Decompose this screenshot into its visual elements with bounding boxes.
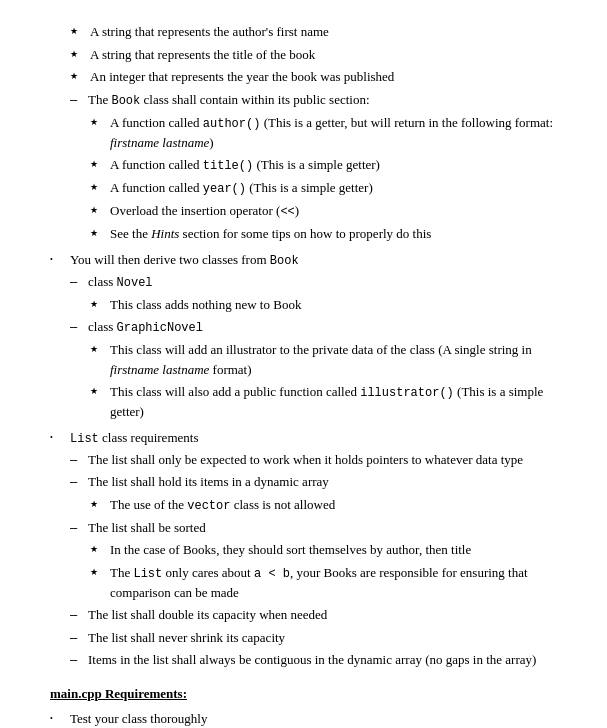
dash-icon: –: [70, 628, 84, 648]
sort-star-list: ★ In the case of Books, they should sort…: [50, 540, 557, 602]
author-function-text: A function called author() (This is a ge…: [110, 113, 557, 153]
sort-item1: ★ In the case of Books, they should sort…: [90, 540, 557, 560]
novel-star-item: ★ This class adds nothing new to Book: [90, 295, 557, 315]
novel-dash-list: – class Novel: [50, 272, 557, 292]
author-function-item: ★ A function called author() (This is a …: [90, 113, 557, 153]
vector-code: vector: [187, 499, 230, 513]
list-code: List: [70, 432, 99, 446]
gn-illustrator-text: This class will add an illustrator to th…: [110, 340, 557, 379]
main-list: • Test your class thoroughly • Test file…: [50, 709, 557, 728]
main-heading: main.cpp Requirements:: [50, 684, 557, 704]
main-bullet-1: • Test your class thoroughly: [50, 709, 557, 728]
star-icon: ★: [90, 181, 106, 195]
book-public-list: – The Book class shall contain within it…: [50, 90, 557, 110]
year-code: year(): [203, 182, 246, 196]
list-extra-dash: – The list shall double its capacity whe…: [50, 605, 557, 670]
gn-code: GraphicNovel: [117, 321, 203, 335]
star-icon: ★: [90, 543, 106, 557]
gn-firstname-lastname: firstname lastname: [110, 362, 209, 377]
dash-icon: –: [70, 605, 84, 625]
gn-text: class GraphicNovel: [88, 317, 203, 337]
star-icon: ★: [90, 158, 106, 172]
dash-icon: –: [70, 272, 84, 292]
overload-text: Overload the insertion operator (<<): [110, 201, 299, 221]
list-class-item: • List class requirements – The list sha…: [50, 428, 557, 670]
title-function-item: ★ A function called title() (This is a s…: [90, 155, 557, 175]
novel-code: Novel: [117, 276, 153, 290]
hints-ref-item: ★ See the Hints section for some tips on…: [90, 224, 557, 244]
book-functions-list: ★ A function called author() (This is a …: [50, 113, 557, 244]
gn-star-list: ★ This class will add an illustrator to …: [50, 340, 557, 422]
star-icon: ★: [90, 566, 106, 580]
list-sorted-dash: – The list shall be sorted: [50, 518, 557, 538]
dash-icon: –: [70, 650, 84, 670]
dash-icon: –: [70, 518, 84, 538]
page-content: ★ A string that represents the author's …: [50, 22, 557, 728]
star-icon: ★: [90, 298, 106, 312]
star-icon: ★: [90, 343, 106, 357]
overload-item: ★ Overload the insertion operator (<<): [90, 201, 557, 221]
list-sorted-text: The list shall be sorted: [88, 518, 206, 538]
sort-item1-text: In the case of Books, they should sort t…: [110, 540, 471, 560]
novel-star-list: ★ This class adds nothing new to Book: [50, 295, 557, 315]
title-function-text: A function called title() (This is a sim…: [110, 155, 380, 175]
list-req-dynamic: – The list shall hold its items in a dyn…: [70, 472, 557, 492]
list-capacity-item: – The list shall double its capacity whe…: [70, 605, 557, 625]
list-req-dynamic-text: The list shall hold its items in a dynam…: [88, 472, 329, 492]
sort-item2-text: The List only cares about a < b, your Bo…: [110, 563, 557, 603]
author-code: author(): [203, 117, 261, 131]
star-item-year-text: An integer that represents the year the …: [90, 67, 394, 87]
list-req-pointers: – The list shall only be expected to wor…: [70, 450, 557, 470]
star-icon: ★: [90, 204, 106, 218]
book-public-text: The Book class shall contain within its …: [88, 90, 370, 110]
star-item-title-text: A string that represents the title of th…: [90, 45, 315, 65]
main-section: main.cpp Requirements: • Test your class…: [50, 684, 557, 729]
list-shrink-text: The list shall never shrink its capacity: [88, 628, 285, 648]
novel-text: class Novel: [88, 272, 153, 292]
bullet-icon: •: [50, 254, 66, 266]
vector-text: The use of the vector class is not allow…: [110, 495, 335, 515]
star-icon: ★: [90, 385, 106, 399]
gn-function-item: ★ This class will also add a public func…: [90, 382, 557, 422]
derive-text: You will then derive two classes from Bo…: [70, 250, 299, 270]
list-capacity-text: The list shall double its capacity when …: [88, 605, 327, 625]
title-code: title(): [203, 159, 253, 173]
gn-dash-list: – class GraphicNovel: [50, 317, 557, 337]
a-lt-b-code: a < b: [254, 567, 290, 581]
year-function-item: ★ A function called year() (This is a si…: [90, 178, 557, 198]
derive-list: • You will then derive two classes from …: [50, 250, 557, 422]
overload-code: <<: [280, 205, 294, 219]
star-icon: ★: [90, 227, 106, 241]
star-item-author-text: A string that represents the author's fi…: [90, 22, 329, 42]
derive-item: • You will then derive two classes from …: [50, 250, 557, 422]
list-contiguous-text: Items in the list shall always be contig…: [88, 650, 536, 670]
bullet-icon: •: [50, 713, 66, 725]
novel-item: – class Novel: [70, 272, 557, 292]
star-icon: ★: [90, 498, 106, 512]
main-item-1-text: Test your class thoroughly: [70, 709, 207, 728]
star-icon: ★: [90, 116, 106, 130]
star-item-year: ★ An integer that represents the year th…: [70, 67, 557, 87]
main-item-1: • Test your class thoroughly: [50, 709, 557, 728]
list-class-text: List class requirements: [70, 428, 198, 448]
gn-illustrator-item: ★ This class will add an illustrator to …: [90, 340, 557, 379]
year-function-text: A function called year() (This is a simp…: [110, 178, 373, 198]
gn-item: – class GraphicNovel: [70, 317, 557, 337]
bullet-icon: •: [50, 432, 66, 444]
star-icon: ★: [70, 48, 86, 62]
novel-description: This class adds nothing new to Book: [110, 295, 301, 315]
star-item-title: ★ A string that represents the title of …: [70, 45, 557, 65]
list-requirements: – The list shall only be expected to wor…: [50, 450, 557, 492]
book-derive-code: Book: [270, 254, 299, 268]
gn-function-text: This class will also add a public functi…: [110, 382, 557, 422]
book-public-item: – The Book class shall contain within it…: [70, 90, 557, 110]
star-icon: ★: [70, 25, 86, 39]
sort-item2: ★ The List only cares about a < b, your …: [90, 563, 557, 603]
top-star-list: ★ A string that represents the author's …: [50, 22, 557, 87]
list-shrink-item: – The list shall never shrink its capaci…: [70, 628, 557, 648]
star-icon: ★: [70, 70, 86, 84]
vector-item: ★ The use of the vector class is not all…: [90, 495, 557, 515]
book-class-code: Book: [111, 94, 140, 108]
firstname-lastname-italic: firstname lastname: [110, 135, 209, 150]
list-contiguous-item: – Items in the list shall always be cont…: [70, 650, 557, 670]
